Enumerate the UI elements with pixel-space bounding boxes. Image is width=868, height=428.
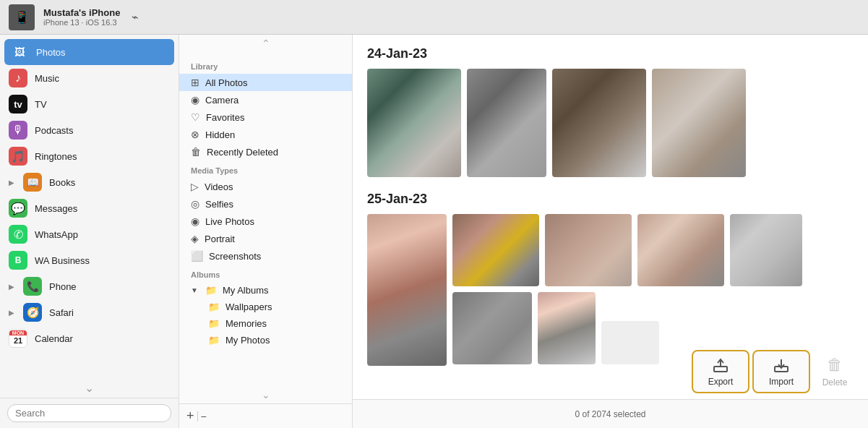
sidebar-item-ringtones[interactable]: 🎵 Ringtones xyxy=(0,143,179,169)
divider xyxy=(197,411,198,421)
books-icon: 📖 xyxy=(23,173,42,192)
photo-row-jan24 xyxy=(367,69,854,177)
sidebar-list: 🖼 Photos ♪ Music tv TV 🎙 Podcasts 🎵 R xyxy=(0,35,179,378)
mid-item-recently-deleted[interactable]: 🗑 Recently Deleted xyxy=(179,143,352,160)
export-button[interactable]: Export xyxy=(692,350,749,393)
device-info: Mustafa's iPhone iPhone 13 · iOS 16.3 xyxy=(43,7,120,27)
left-sidebar: 🖼 Photos ♪ Music tv TV 🎙 Podcasts 🎵 R xyxy=(0,35,179,428)
photo-col xyxy=(452,214,802,364)
hidden-icon: ⊗ xyxy=(191,129,199,140)
photo-thumb[interactable] xyxy=(652,69,746,177)
sidebar-label-messages: Messages xyxy=(35,203,77,214)
photo-thumb[interactable] xyxy=(545,214,632,286)
all-photos-icon: ⊞ xyxy=(191,77,199,88)
sidebar-label-podcasts: Podcasts xyxy=(35,125,73,136)
mid-item-favorites[interactable]: ♡ Favorites xyxy=(179,108,352,126)
photo-thumb[interactable] xyxy=(730,214,802,286)
sidebar-label-whatsapp: WhatsApp xyxy=(35,229,78,240)
tv-icon: tv xyxy=(9,95,27,114)
mid-item-hidden[interactable]: ⊗ Hidden xyxy=(179,126,352,143)
portrait-icon: ◈ xyxy=(191,233,199,244)
photo-thumb[interactable] xyxy=(452,214,539,286)
sidebar-item-books[interactable]: ▶ 📖 Books xyxy=(0,169,179,195)
date-label-jan25: 25-Jan-23 xyxy=(367,192,854,207)
selection-status: 0 of 2074 selected xyxy=(575,409,645,419)
mid-sidebar-scroll: Library ⊞ All Photos ◉ Camera ♡ Favorite… xyxy=(179,51,352,388)
photo-thumb[interactable] xyxy=(367,69,461,177)
mid-label-screenshots: Screenshots xyxy=(209,251,261,262)
photo-thumb[interactable] xyxy=(637,214,724,286)
device-bar: 📱 Mustafa's iPhone iPhone 13 · iOS 16.3 … xyxy=(0,0,868,35)
sidebar-label-safari: Safari xyxy=(49,307,74,318)
my-albums-folder-icon: 📁 xyxy=(205,285,217,296)
import-icon xyxy=(773,356,790,374)
mid-item-portrait[interactable]: ◈ Portrait xyxy=(179,230,352,247)
albums-header: Albums xyxy=(179,265,352,282)
photo-row-jan25-r1b xyxy=(452,214,802,286)
mid-item-selfies[interactable]: ◎ Selfies xyxy=(179,195,352,213)
delete-button[interactable]: 🗑 Delete xyxy=(813,350,856,393)
phone-chevron: ▶ xyxy=(9,283,14,291)
whatsapp-icon: ✆ xyxy=(9,225,27,244)
sidebar-label-phone: Phone xyxy=(49,281,77,292)
photo-thumb[interactable] xyxy=(367,214,447,366)
sidebar-item-messages[interactable]: 💬 Messages xyxy=(0,195,179,221)
sidebar-item-tv[interactable]: tv TV xyxy=(0,91,179,117)
safari-icon: 🧭 xyxy=(23,303,42,322)
mid-item-my-albums[interactable]: ▼ 📁 My Albums xyxy=(179,282,352,299)
mid-label-portrait: Portrait xyxy=(205,234,235,244)
mid-label-memories: Memories xyxy=(225,318,267,329)
mid-item-camera[interactable]: ◉ Camera xyxy=(179,91,352,108)
screenshots-icon: ⬜ xyxy=(191,250,203,262)
mid-sidebar: ⌃ Library ⊞ All Photos ◉ Camera ♡ Favori… xyxy=(179,35,353,428)
content-scroll[interactable]: 24-Jan-23 25-Jan-23 xyxy=(353,35,868,399)
mid-item-all-photos[interactable]: ⊞ All Photos xyxy=(179,74,352,91)
safari-chevron: ▶ xyxy=(9,309,14,317)
photo-thumb[interactable] xyxy=(467,69,546,177)
ringtones-icon: 🎵 xyxy=(9,147,27,166)
import-label: Import xyxy=(769,377,794,387)
live-photos-icon: ◉ xyxy=(191,215,199,227)
sidebar-item-phone[interactable]: ▶ 📞 Phone xyxy=(0,273,179,299)
search-input[interactable] xyxy=(7,404,171,422)
import-button[interactable]: Import xyxy=(752,350,810,393)
mid-label-camera: Camera xyxy=(205,95,239,106)
photo-thumb[interactable] xyxy=(538,292,596,364)
photo-row-jan25-r1 xyxy=(367,214,854,366)
mid-item-videos[interactable]: ▷ Videos xyxy=(179,178,352,195)
sidebar-item-safari[interactable]: ▶ 🧭 Safari xyxy=(0,299,179,325)
mid-item-screenshots[interactable]: ⬜ Screenshots xyxy=(179,247,352,265)
sidebar-item-podcasts[interactable]: 🎙 Podcasts xyxy=(0,117,179,143)
remove-album-button[interactable]: − xyxy=(201,411,207,421)
mid-item-live-photos[interactable]: ◉ Live Photos xyxy=(179,213,352,230)
mid-item-memories[interactable]: 📁 Memories xyxy=(179,315,352,332)
sidebar-item-music[interactable]: ♪ Music xyxy=(0,65,179,91)
device-model: iPhone 13 · iOS 16.3 xyxy=(43,18,120,27)
mid-label-wallpapers: Wallpapers xyxy=(225,301,272,312)
add-album-button[interactable]: + xyxy=(186,408,194,424)
mid-label-all-photos: All Photos xyxy=(205,77,248,88)
photo-thumb[interactable] xyxy=(552,69,646,177)
mid-label-my-photos: My Photos xyxy=(225,335,270,346)
photo-thumb[interactable] xyxy=(452,292,532,364)
sidebar-label-wa-business: WA Business xyxy=(35,255,90,266)
media-types-header: Media Types xyxy=(179,160,352,178)
sidebar-label-music: Music xyxy=(35,73,59,84)
favorites-icon: ♡ xyxy=(191,111,200,123)
mid-item-my-photos[interactable]: 📁 My Photos xyxy=(179,332,352,348)
mid-label-videos: Videos xyxy=(205,181,233,192)
mid-item-wallpapers[interactable]: 📁 Wallpapers xyxy=(179,299,352,315)
sidebar-item-photos[interactable]: 🖼 Photos xyxy=(4,39,174,65)
sidebar-label-photos: Photos xyxy=(36,47,65,58)
svg-rect-0 xyxy=(714,367,727,372)
photo-thumb[interactable] xyxy=(601,321,659,364)
mid-label-favorites: Favorites xyxy=(206,112,244,123)
library-header: Library xyxy=(179,56,352,74)
sidebar-item-wa-business[interactable]: B WA Business xyxy=(0,247,179,273)
sidebar-item-calendar[interactable]: MON 21 Calendar xyxy=(0,325,179,351)
sidebar-item-whatsapp[interactable]: ✆ WhatsApp xyxy=(0,221,179,247)
messages-icon: 💬 xyxy=(9,199,27,218)
sidebar-search-area xyxy=(0,398,179,428)
date-group-jan25: 25-Jan-23 xyxy=(367,192,854,366)
content-footer: 0 of 2074 selected Export Import 🗑 xyxy=(353,399,868,428)
